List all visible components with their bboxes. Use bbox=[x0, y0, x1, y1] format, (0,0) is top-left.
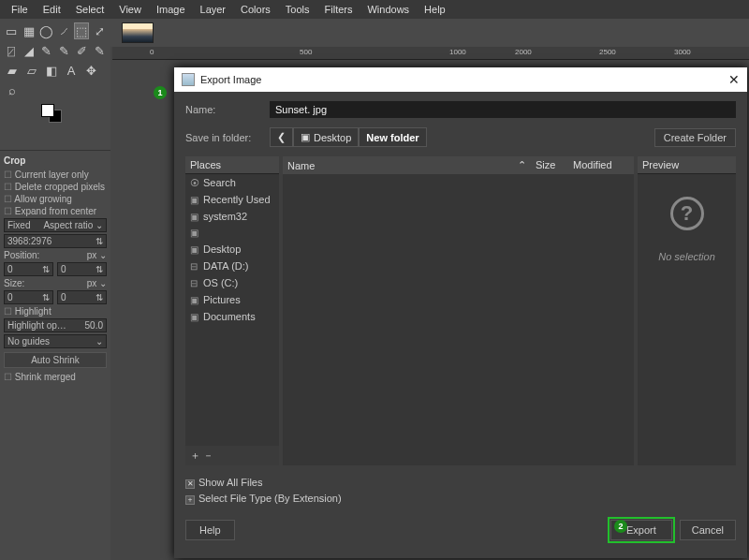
menu-file[interactable]: File bbox=[4, 2, 36, 17]
tool-rotate-icon[interactable]: ⍁ bbox=[4, 42, 19, 59]
place-desktop[interactable]: ▣Desktop bbox=[185, 241, 279, 258]
folder-breadcrumb: ❮ ▣Desktop New folder bbox=[270, 127, 427, 147]
opt-guides[interactable]: No guides⌄ bbox=[4, 334, 107, 348]
position-x-input[interactable]: 0⇅ bbox=[4, 262, 53, 276]
horizontal-ruler: 0 500 1000 2000 2500 3000 bbox=[112, 47, 749, 60]
folder-icon: ▣ bbox=[301, 131, 310, 143]
opt-aspect-ratio-field[interactable]: 3968:2976⇅ bbox=[4, 234, 107, 248]
ruler-tick: 2000 bbox=[515, 48, 532, 56]
folder-icon: ▣ bbox=[190, 295, 199, 305]
menu-image[interactable]: Image bbox=[149, 2, 193, 17]
show-all-files-toggle[interactable]: ✕Show All Files bbox=[185, 475, 736, 491]
size-h-input[interactable]: 0⇅ bbox=[57, 290, 107, 304]
opt-shrink-merged[interactable]: Shrink merged bbox=[4, 372, 107, 382]
tool-zoom-icon[interactable]: ⌕ bbox=[4, 81, 21, 98]
cancel-button[interactable]: Cancel bbox=[680, 520, 736, 540]
menu-layer[interactable]: Layer bbox=[193, 2, 234, 17]
ruler-tick: 2500 bbox=[599, 48, 616, 56]
opt-fixed-mode[interactable]: FixedAspect ratio ⌄ bbox=[4, 218, 107, 232]
tool-smudge-icon[interactable]: ◧ bbox=[43, 62, 60, 79]
size-unit[interactable]: px ⌄ bbox=[87, 278, 107, 288]
bc-desktop[interactable]: ▣Desktop bbox=[293, 127, 359, 147]
place-data-d[interactable]: ⊟DATA (D:) bbox=[185, 258, 279, 274]
create-folder-button[interactable]: Create Folder bbox=[654, 128, 736, 147]
ruler-tick: 3000 bbox=[674, 48, 691, 56]
select-file-type-toggle[interactable]: ＋Select File Type (By Extension) bbox=[185, 491, 736, 507]
tool-fuzzy-select-icon[interactable]: ▦ bbox=[22, 22, 37, 39]
drive-icon: ⊟ bbox=[190, 278, 199, 288]
place-search[interactable]: ⦿Search bbox=[185, 174, 279, 191]
places-add-remove[interactable]: ＋ － bbox=[185, 446, 279, 465]
image-thumbnail[interactable] bbox=[122, 22, 154, 43]
drive-icon: ⊟ bbox=[190, 261, 199, 272]
col-modified[interactable]: Modified bbox=[568, 156, 634, 174]
menu-select[interactable]: Select bbox=[68, 2, 112, 17]
ruler-tick: 0 bbox=[150, 48, 154, 56]
tool-crop-icon[interactable]: ⬚ bbox=[74, 22, 89, 39]
folder-icon: ▣ bbox=[190, 244, 199, 255]
expand-box-icon: ＋ bbox=[185, 495, 195, 505]
tool-eraser-icon[interactable]: ✐ bbox=[74, 42, 89, 59]
tool-airbrush-icon[interactable]: ✎ bbox=[92, 42, 107, 59]
menu-bar: File Edit Select View Image Layer Colors… bbox=[0, 0, 749, 19]
place-os-c[interactable]: ⊟OS (C:) bbox=[185, 274, 279, 291]
tool-warp-icon[interactable]: ◢ bbox=[22, 42, 37, 59]
size-w-input[interactable]: 0⇅ bbox=[4, 290, 53, 304]
places-header: Places bbox=[185, 156, 279, 174]
opt-allow-growing[interactable]: Allow growing bbox=[4, 194, 107, 204]
tool-text-icon[interactable]: A bbox=[63, 62, 80, 79]
sort-indicator-icon: ⌃ bbox=[518, 159, 526, 171]
bc-back-button[interactable]: ❮ bbox=[270, 127, 293, 147]
export-image-dialog: Export Image ✕ Name: Save in folder: ❮ ▣… bbox=[174, 67, 747, 558]
tool-move-icon[interactable]: ⤢ bbox=[92, 22, 107, 39]
tool-options-title: Crop bbox=[4, 155, 107, 166]
position-unit[interactable]: px ⌄ bbox=[87, 250, 107, 260]
folder-icon: ▣ bbox=[190, 312, 199, 322]
dialog-title: Export Image bbox=[200, 74, 261, 85]
auto-shrink-button[interactable]: Auto Shrink bbox=[4, 352, 107, 368]
foreground-color[interactable] bbox=[41, 104, 54, 117]
tool-gradient-icon[interactable]: ▱ bbox=[23, 62, 40, 79]
dialog-icon bbox=[182, 73, 195, 86]
tool-ellipse-select-icon[interactable]: ◯ bbox=[39, 22, 54, 39]
tool-paths-icon[interactable]: ✥ bbox=[82, 62, 99, 79]
filename-input[interactable] bbox=[270, 101, 736, 118]
preview-panel: Preview ? No selection bbox=[638, 156, 736, 465]
place-pictures[interactable]: ▣Pictures bbox=[185, 291, 279, 308]
ruler-tick: 500 bbox=[300, 48, 312, 56]
tool-rect-select-icon[interactable]: ▭ bbox=[4, 22, 19, 39]
place-documents[interactable]: ▣Documents bbox=[185, 308, 279, 325]
search-icon: ⦿ bbox=[190, 178, 199, 188]
menu-tools[interactable]: Tools bbox=[278, 2, 317, 17]
close-icon[interactable]: ✕ bbox=[728, 72, 740, 87]
dialog-titlebar[interactable]: Export Image ✕ bbox=[174, 67, 747, 92]
opt-delete-cropped[interactable]: Delete cropped pixels bbox=[4, 182, 107, 192]
place-recent[interactable]: ▣Recently Used bbox=[185, 191, 279, 208]
file-list[interactable]: Name⌃ Size Modified bbox=[283, 156, 634, 465]
col-size[interactable]: Size bbox=[531, 156, 568, 174]
place-system32[interactable]: ▣system32 bbox=[185, 208, 279, 225]
tool-options-panel: Crop Current layer only Delete cropped p… bbox=[0, 150, 110, 560]
save-folder-label: Save in folder: bbox=[185, 132, 270, 143]
tool-bucket-icon[interactable]: ▰ bbox=[4, 62, 21, 79]
opt-current-layer[interactable]: Current layer only bbox=[4, 169, 107, 180]
help-button[interactable]: Help bbox=[185, 520, 235, 540]
place-empty[interactable]: ▣ bbox=[185, 225, 279, 241]
opt-expand-center[interactable]: Expand from center bbox=[4, 206, 107, 216]
bc-new-folder[interactable]: New folder bbox=[359, 127, 426, 147]
tool-pencil-icon[interactable]: ✎ bbox=[56, 42, 71, 59]
menu-windows[interactable]: Windows bbox=[360, 2, 417, 17]
tool-paintbrush-icon[interactable]: ✎ bbox=[39, 42, 54, 59]
opt-highlight[interactable]: Highlight bbox=[4, 306, 107, 317]
menu-colors[interactable]: Colors bbox=[233, 2, 278, 17]
menu-filters[interactable]: Filters bbox=[317, 2, 360, 17]
menu-edit[interactable]: Edit bbox=[36, 2, 68, 17]
recent-icon: ▣ bbox=[190, 195, 199, 205]
menu-help[interactable]: Help bbox=[417, 2, 453, 17]
opt-highlight-opacity[interactable]: Highlight op…50.0 bbox=[4, 318, 107, 332]
position-y-input[interactable]: 0⇅ bbox=[57, 262, 107, 276]
color-swatches[interactable] bbox=[41, 104, 67, 125]
menu-view[interactable]: View bbox=[111, 2, 149, 17]
col-name[interactable]: Name⌃ bbox=[283, 156, 531, 174]
tool-free-select-icon[interactable]: ⟋ bbox=[56, 22, 71, 39]
